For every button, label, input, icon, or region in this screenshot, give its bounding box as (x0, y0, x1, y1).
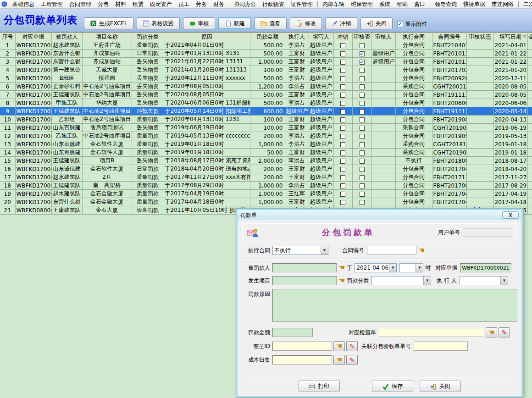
column-header[interactable]: 罚款金额 (250, 33, 285, 41)
menu-item[interactable]: 证件管理 (288, 0, 316, 9)
audited-checkbox[interactable]: ✔ (360, 60, 365, 65)
dropdown-arrow-icon[interactable]: ▼ (321, 246, 328, 254)
close-door-button[interactable]: 关闭 (360, 17, 393, 29)
table-row[interactable]: 8WBFKD17000000甲施工队华纳大厦丢失物资于2020年06月06日0时… (0, 99, 532, 107)
table-row[interactable]: 5WBFKD17000000B班组槟香园丢失物资于2020年12月11日0时 x… (0, 74, 532, 83)
menu-item[interactable]: 员工 (175, 0, 193, 9)
writeoff-checkbox[interactable] (340, 117, 345, 122)
audited-checkbox[interactable]: ✔ (360, 51, 365, 56)
writeoff-checkbox[interactable] (340, 175, 345, 180)
fined-person-input[interactable] (272, 263, 337, 272)
date-select[interactable]: 2021-04-06 ▼ (355, 263, 397, 272)
menu-item[interactable]: 行政物资 (259, 0, 288, 9)
contract-no-input[interactable] (367, 246, 416, 255)
dropdown-arrow-icon[interactable]: ▼ (423, 276, 431, 285)
table-row[interactable]: 12WBFKD17000000乙施工队中石油2号油库项目质量罚款于2019年05… (0, 132, 532, 140)
table-row[interactable]: 17WBFKD17000000赵水建筑队2月质量罚款于2017年11月27日0时… (0, 173, 532, 182)
writeoff-checkbox[interactable] (340, 192, 345, 197)
category-select[interactable]: ▼ (371, 276, 431, 285)
audited-checkbox[interactable] (360, 192, 365, 197)
writeoff-checkbox[interactable] (340, 93, 345, 98)
writeoff-checkbox[interactable] (340, 134, 345, 139)
audited-checkbox[interactable] (360, 200, 365, 205)
audited-checkbox[interactable] (360, 43, 365, 48)
writeoff-checkbox[interactable] (340, 101, 345, 106)
writeoff-checkbox[interactable] (340, 84, 345, 89)
table-row[interactable]: 11WBFKD17000000山东百脉建售后项目测试丢失物资于2019年06月1… (0, 124, 532, 132)
hand-select-icon[interactable]: ☚ (418, 247, 425, 254)
column-header[interactable]: 对应单据 (15, 33, 51, 41)
column-header[interactable]: 项目名称 (82, 33, 132, 41)
writeoff-pen-button[interactable]: 冲销 (325, 17, 357, 29)
sign-id-input[interactable] (272, 342, 332, 351)
amount-input[interactable] (272, 328, 313, 337)
column-header[interactable]: 序号 (0, 33, 15, 41)
audited-checkbox[interactable] (360, 159, 365, 164)
audited-checkbox[interactable] (360, 109, 365, 114)
menu-item[interactable]: 协同办公 (231, 0, 259, 9)
audited-checkbox[interactable] (360, 167, 365, 172)
audited-checkbox[interactable] (360, 68, 365, 73)
menu-item[interactable]: 二次开发 (520, 0, 532, 9)
table-row[interactable]: 6WBFKD17000000正泰砂石料中石油2号油库项目丢失物资于2020年08… (0, 83, 532, 91)
audited-checkbox[interactable] (360, 93, 365, 98)
audited-checkbox[interactable] (360, 76, 365, 81)
column-header[interactable]: 审核否 (352, 33, 371, 41)
dropdown-arrow-icon[interactable]: ▼ (500, 276, 508, 285)
project-input[interactable] (272, 276, 337, 285)
audit-button[interactable]: 审核 (183, 17, 215, 29)
table-row[interactable]: 20WBFKD17000000东营什么都金石金融大厦质量罚款于2017年04月1… (0, 198, 532, 206)
table-settings-button[interactable]: 表格设置 (137, 17, 180, 29)
table-row[interactable]: 7WBFKD17000000王猛建筑队中石油2号油库项目丢失物资于2020年08… (0, 91, 532, 99)
exec-contract-select[interactable]: 不执行 ▼ (272, 246, 328, 255)
doc-no-input[interactable] (460, 263, 511, 272)
writeoff-checkbox[interactable] (340, 51, 345, 56)
menu-item[interactable]: 快捷单据 (460, 0, 488, 9)
menu-item[interactable]: 系统 (376, 0, 393, 9)
table-row[interactable]: 4WBFKD17000000第一建筑公天诚大厦丢失物资于2021年01月20日0… (0, 66, 532, 74)
table-row[interactable]: 9WBFKD17000000王猛建筑队中石油2号油库项目冲抵欠款于2020年05… (0, 107, 532, 116)
menu-item[interactable]: 固定资产 (147, 0, 175, 9)
menu-item[interactable]: 材料 (112, 0, 129, 9)
table-row[interactable]: 1WBFKD17000000赵水建筑队王府井广场质量罚款于2021年04月01日… (0, 41, 532, 50)
dialog-titlebar[interactable]: 罚款单 X (238, 210, 521, 220)
writeoff-checkbox[interactable] (340, 126, 345, 131)
writeoff-checkbox[interactable] (340, 68, 345, 73)
column-header[interactable]: 原因 (164, 33, 250, 41)
sign-id-select-button[interactable]: ☚ (333, 341, 345, 351)
column-header[interactable]: 罚款分类 (132, 33, 164, 41)
dialog-close-button[interactable]: X (502, 211, 519, 219)
column-header[interactable]: 被罚款人 (51, 33, 82, 41)
table-row[interactable]: 19WBFKD17000000赵水建筑队金石金融大厦质量罚款于2017年04月1… (0, 190, 532, 198)
writeoff-checkbox[interactable] (340, 183, 345, 188)
table-row[interactable]: 10WBFKD17000000乙班组中石油2号油库项目质量罚款于2020年04月… (0, 116, 532, 124)
audited-checkbox[interactable] (360, 126, 365, 131)
new-doc-button[interactable]: 新建 (218, 17, 251, 29)
check-doc-select-button[interactable]: ☚ (486, 327, 497, 337)
table-row[interactable]: 2WBFKD17000000东营什么都齐成加油站日常罚款于2021年01月13日… (0, 50, 532, 58)
menu-item[interactable]: 合同管理 (66, 0, 94, 9)
menu-item[interactable]: 租赁 (129, 0, 147, 9)
table-row[interactable]: 15WBFKD17000000王猛建筑队项目B丢失物资于2018年08月17日0… (0, 157, 532, 165)
column-header[interactable]: 冲销 (333, 33, 352, 41)
cost-select-button[interactable]: ☚ (333, 355, 345, 365)
table-row[interactable]: 14WBFKD17000000山东百脉建金石软件大厦质量罚款于2019年01月1… (0, 149, 532, 157)
hand-select-icon[interactable]: ☚ (338, 265, 345, 271)
writeoff-checkbox[interactable] (340, 167, 345, 172)
column-header[interactable]: 填写人 (309, 33, 333, 41)
writeoff-checkbox[interactable] (340, 142, 345, 147)
close-door-button[interactable]: 关闭 (420, 381, 461, 392)
related-doc-input[interactable] (414, 342, 468, 351)
audited-checkbox[interactable] (360, 150, 365, 155)
audited-checkbox[interactable] (360, 84, 365, 89)
audited-checkbox[interactable] (360, 183, 365, 188)
check-doc-input[interactable] (379, 328, 484, 337)
audited-checkbox[interactable] (360, 175, 365, 180)
writeoff-checkbox[interactable] (340, 109, 345, 114)
writeoff-checkbox[interactable] (340, 76, 345, 81)
sort-indicator-icon[interactable]: ▽ (523, 34, 526, 39)
excel-button[interactable]: 生成EXCEL (84, 17, 133, 29)
dropdown-arrow-icon[interactable]: ▼ (389, 264, 396, 272)
writeoff-checkbox[interactable] (340, 60, 345, 65)
save-check-button[interactable]: 保存 (372, 381, 413, 392)
